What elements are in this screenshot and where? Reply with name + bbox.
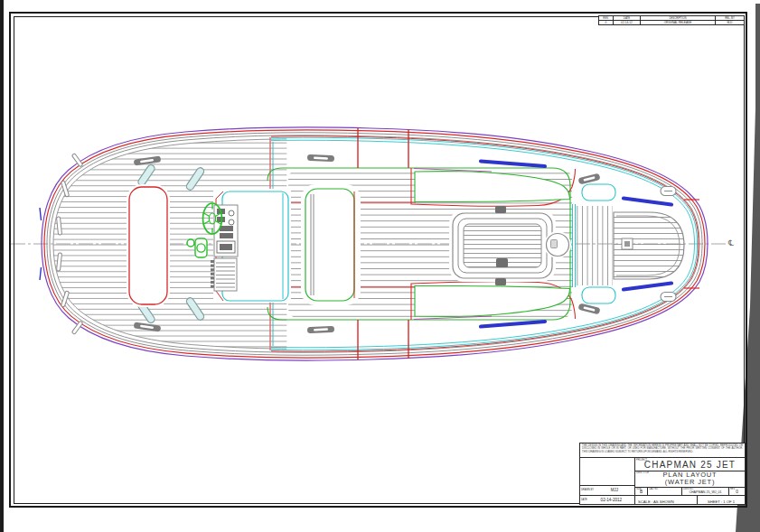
date-value: 02-14-2012: [588, 498, 634, 502]
sheet-border-inner: [14, 16, 745, 504]
rev-header-relby: REL. BY: [716, 16, 744, 20]
sheet-value: SHEET : 1 OF 1: [708, 499, 735, 505]
size-label: SIZE: [636, 488, 642, 490]
dwg-title-label: DWG TITLE: [636, 471, 649, 474]
dwg-no-value: CHAPMAN 25_WJ_01: [689, 490, 721, 495]
project-cell: PROJECT CHAPMAN 25 JET: [635, 458, 745, 471]
scan-edge-strip: [0, 0, 4, 532]
project-value: CHAPMAN 25 JET: [644, 458, 736, 470]
revision-table: REV. DATE DESCRIPTION REL. BY 0 02-14-12…: [598, 15, 745, 25]
date-label: DATE: [580, 499, 588, 501]
proprietary-note: THE DESIGN IN THIS DRAWING AND THE INFOR…: [580, 443, 745, 458]
rev-value-tb: 0: [736, 490, 738, 495]
sheet-cell: SHEET : 1 OF 1: [698, 496, 745, 504]
drawing-sheet: ℄ REV. DATE DESCRIPTION REL. BY 0 02-14-…: [0, 0, 760, 532]
rev-description-value: ORIGINAL RELEASE: [641, 21, 716, 24]
drawn-by-label: DRAWN BY: [580, 489, 595, 491]
rev-value: 0: [599, 21, 614, 24]
logo-cell: [580, 458, 634, 485]
rev-date-value: 02-14-12: [614, 21, 641, 24]
cad-no-label: CAD NO.: [649, 488, 659, 490]
project-label: PROJECT: [636, 459, 647, 462]
dwg-title-cell: DWG TITLE PLAN LAYOUT (WATER JET): [635, 471, 745, 488]
rev-relby-value: MJJ: [716, 21, 744, 24]
drawn-by-cell: DRAWN BY MJJ: [580, 485, 634, 495]
rev-header-description: DESCRIPTION: [641, 16, 716, 20]
dwg-no-label: DWG NO.: [683, 488, 694, 490]
rev-label: REV.: [730, 488, 736, 490]
rev-header-rev: REV.: [599, 16, 614, 20]
date-cell: DATE 02-14-2012: [580, 495, 634, 505]
title-block: THE DESIGN IN THIS DRAWING AND THE INFOR…: [579, 443, 746, 505]
centerline-symbol: ℄: [728, 238, 734, 247]
scale-value: SCALE : AS SHOWN: [638, 499, 674, 505]
size-cell: SIZE B: [635, 488, 648, 496]
revision-table-row: 0 02-14-12 ORIGINAL RELEASE MJJ: [599, 21, 744, 24]
dwg-title-line2: (WATER JET): [665, 479, 715, 486]
rev-cell: REV. 0: [729, 488, 745, 496]
scale-cell: SCALE : AS SHOWN: [635, 496, 698, 504]
drawn-by-value: MJJ: [595, 488, 634, 492]
rev-header-date: DATE: [614, 16, 641, 20]
cad-no-cell: CAD NO.: [648, 488, 682, 496]
dwg-no-cell: DWG NO. CHAPMAN 25_WJ_01: [682, 488, 729, 496]
size-value: B: [640, 490, 643, 495]
